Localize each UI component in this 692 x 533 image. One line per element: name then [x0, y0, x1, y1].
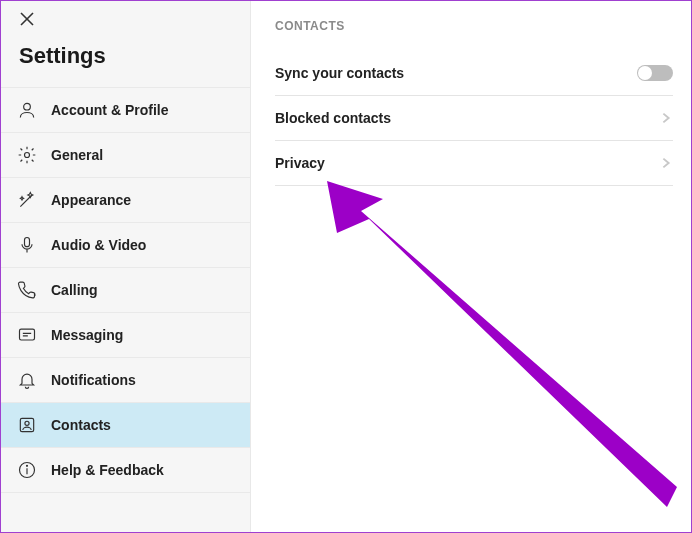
row-label: Sync your contacts [275, 65, 404, 81]
wand-icon [17, 190, 37, 210]
sidebar-item-contacts[interactable]: Contacts [1, 402, 250, 447]
content-panel: CONTACTS Sync your contacts Blocked cont… [251, 1, 691, 532]
row-sync-contacts: Sync your contacts [275, 51, 673, 96]
settings-sidebar: Settings Account & Profile General Appea… [1, 1, 251, 532]
phone-icon [17, 280, 37, 300]
page-title: Settings [1, 35, 250, 87]
sync-contacts-toggle[interactable] [637, 65, 673, 81]
svg-point-7 [25, 421, 29, 425]
microphone-icon [17, 235, 37, 255]
sidebar-item-label: Messaging [51, 327, 123, 343]
sidebar-item-label: Contacts [51, 417, 111, 433]
sidebar-item-calling[interactable]: Calling [1, 267, 250, 312]
row-blocked-contacts[interactable]: Blocked contacts [275, 96, 673, 141]
chevron-right-icon [659, 156, 673, 170]
sidebar-item-notifications[interactable]: Notifications [1, 357, 250, 402]
svg-point-3 [25, 153, 30, 158]
sidebar-item-account-profile[interactable]: Account & Profile [1, 87, 250, 132]
sidebar-item-label: Audio & Video [51, 237, 146, 253]
chevron-right-icon [659, 111, 673, 125]
sidebar-item-messaging[interactable]: Messaging [1, 312, 250, 357]
row-label: Privacy [275, 155, 325, 171]
bell-icon [17, 370, 37, 390]
sidebar-item-audio-video[interactable]: Audio & Video [1, 222, 250, 267]
section-header: CONTACTS [275, 19, 673, 33]
sidebar-nav: Account & Profile General Appearance Aud… [1, 87, 250, 493]
sidebar-item-appearance[interactable]: Appearance [1, 177, 250, 222]
close-button[interactable] [1, 1, 250, 35]
sidebar-item-label: Appearance [51, 192, 131, 208]
sidebar-item-label: Help & Feedback [51, 462, 164, 478]
sidebar-item-general[interactable]: General [1, 132, 250, 177]
close-icon [19, 13, 35, 30]
svg-rect-4 [25, 238, 30, 247]
svg-point-10 [27, 465, 28, 466]
sidebar-item-label: Notifications [51, 372, 136, 388]
person-icon [17, 100, 37, 120]
svg-point-2 [24, 103, 31, 110]
sidebar-item-label: Calling [51, 282, 98, 298]
svg-rect-5 [20, 329, 35, 340]
chat-icon [17, 325, 37, 345]
contacts-icon [17, 415, 37, 435]
info-icon [17, 460, 37, 480]
row-label: Blocked contacts [275, 110, 391, 126]
row-privacy[interactable]: Privacy [275, 141, 673, 186]
sidebar-item-help-feedback[interactable]: Help & Feedback [1, 447, 250, 493]
gear-icon [17, 145, 37, 165]
sidebar-item-label: Account & Profile [51, 102, 168, 118]
sidebar-item-label: General [51, 147, 103, 163]
